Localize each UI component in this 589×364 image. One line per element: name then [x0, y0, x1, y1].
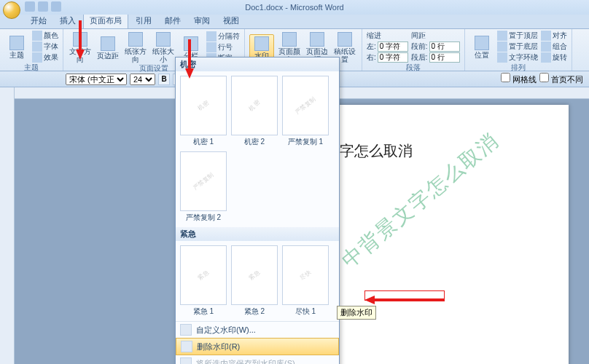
linenums-button[interactable]: 行号	[206, 42, 240, 52]
window-title: Doc1.docx - Microsoft Word	[245, 3, 344, 12]
breaks-button[interactable]: 分隔符	[206, 31, 240, 41]
group-themes-label: 主题	[4, 63, 58, 73]
qat-undo-icon[interactable]	[38, 1, 48, 12]
theme-effects[interactable]: 效果	[32, 52, 58, 63]
spacing-before-label: 段前:	[411, 41, 428, 52]
size-button[interactable]: 纸张大小	[151, 31, 176, 63]
themes-button[interactable]: 主题	[4, 34, 29, 59]
group-arrange: 位置 置于顶层 置于底层 文字环绕 对齐 组合 旋转 排列	[465, 29, 572, 71]
indent-left-input[interactable]	[378, 41, 408, 52]
group-themes: 主题 颜色 字体 效果 主题	[0, 29, 63, 71]
orientation-icon	[128, 32, 143, 47]
spacing-after-input[interactable]	[429, 52, 460, 63]
tab-mailings[interactable]: 邮件	[159, 13, 187, 28]
tab-insert[interactable]: 插入	[54, 13, 82, 28]
save-watermark-icon	[180, 357, 192, 364]
watermark-thumb[interactable]: 严禁复制严禁复制 2	[180, 151, 227, 223]
group-arrange-label: 排列	[469, 63, 567, 73]
send-back-button[interactable]: 置于底层	[497, 41, 538, 52]
rotate-button[interactable]: 旋转	[541, 52, 567, 63]
breaks-icon	[206, 31, 217, 41]
indent-right-input[interactable]	[378, 52, 408, 63]
align-icon	[541, 31, 551, 41]
pagecolor-icon	[282, 32, 297, 47]
linenums-icon	[206, 42, 217, 52]
tooltip: 删除水印	[337, 306, 376, 320]
spacing-before-input[interactable]	[429, 41, 460, 52]
indent-label: 缩进	[367, 31, 408, 41]
tab-references[interactable]: 引用	[130, 13, 157, 28]
watermark-thumb[interactable]: 机 密机密 2	[231, 76, 278, 147]
qat-save-icon[interactable]	[25, 1, 35, 12]
theme-fonts[interactable]: 字体	[32, 41, 58, 52]
gridlines-toggle[interactable]: 网格线	[501, 73, 537, 85]
quick-access-toolbar	[25, 1, 61, 12]
ribbon-tabs: 开始 插入 页面布局 引用 邮件 审阅 视图	[0, 15, 589, 29]
pageborder-icon	[310, 32, 324, 47]
watermark-gallery: 机密 机密机密 1 机 密机密 2 严禁复制严禁复制 1 严禁复制严禁复制 2 …	[175, 57, 340, 364]
margins-button[interactable]: 页边距	[95, 35, 120, 60]
watermark-thumb[interactable]: 紧急紧急 2	[231, 245, 278, 317]
bring-front-button[interactable]: 置于顶层	[497, 31, 538, 41]
margins-icon	[101, 36, 115, 51]
tab-view[interactable]: 视图	[217, 13, 245, 28]
textwrap-icon	[497, 52, 507, 63]
group-paragraph-label: 段落	[367, 63, 460, 73]
annotation-arrow-watermark	[185, 68, 194, 79]
watermark-thumb[interactable]: 紧急紧急 1	[180, 245, 227, 317]
tab-review[interactable]: 审阅	[188, 13, 216, 28]
gallery-section-urgent: 紧急	[176, 227, 339, 241]
titlebar: Doc1.docx - Microsoft Word	[0, 0, 589, 15]
indent-right-label: 右:	[367, 52, 376, 63]
fonts-icon	[32, 41, 42, 52]
office-button[interactable]	[3, 1, 20, 19]
fontsize-select[interactable]: 24	[130, 74, 155, 85]
size-icon	[156, 32, 171, 47]
custom-watermark-menuitem[interactable]: 自定义水印(W)...	[176, 322, 339, 338]
effects-icon	[32, 52, 42, 63]
font-select[interactable]: 宋体 (中文正	[66, 74, 127, 85]
position-icon	[475, 36, 489, 50]
vertical-ruler	[0, 87, 15, 364]
theme-colors[interactable]: 颜色	[32, 31, 58, 41]
watermark-thumb[interactable]: 严禁复制严禁复制 1	[282, 76, 329, 147]
annotation-arrow-remove	[364, 296, 375, 304]
group-button[interactable]: 组合	[541, 41, 567, 52]
qat-redo-icon[interactable]	[51, 1, 61, 12]
columns-icon	[184, 36, 198, 51]
custom-watermark-icon	[180, 324, 192, 336]
draft-icon	[338, 32, 352, 47]
bold-button[interactable]: B	[158, 74, 170, 85]
spacing-after-label: 段后:	[411, 52, 428, 63]
tab-home[interactable]: 开始	[25, 13, 52, 28]
save-watermark-menuitem[interactable]: 将所选内容保存到水印库(S)...	[176, 355, 339, 364]
align-button[interactable]: 对齐	[541, 31, 567, 41]
orientation-button[interactable]: 纸张方向	[123, 31, 148, 63]
colors-icon	[32, 31, 42, 41]
remove-watermark-menuitem[interactable]: 删除水印(R)	[176, 338, 339, 355]
watermark-icon	[254, 36, 269, 51]
remove-watermark-icon	[181, 341, 192, 352]
themes-icon	[9, 36, 24, 50]
columns-button[interactable]: 分栏	[179, 35, 203, 60]
annotation-arrow-tab	[76, 50, 85, 60]
bring-front-icon	[497, 31, 507, 41]
spacing-label: 间距	[411, 31, 460, 41]
watermark-thumb[interactable]: 尽快尽快 1	[282, 245, 329, 317]
firstpage-toggle[interactable]: 首页不同	[539, 73, 583, 85]
group-paragraph: 缩进 左: 右: 间距 段前: 段后: 段落	[362, 29, 465, 71]
position-button[interactable]: 位置	[469, 34, 494, 59]
send-back-icon	[497, 41, 507, 52]
watermark-thumb[interactable]: 机密机密 1	[180, 76, 227, 147]
textwrap-button[interactable]: 文字环绕	[497, 52, 538, 63]
tab-pagelayout[interactable]: 页面布局	[83, 12, 128, 28]
rotate-icon	[541, 52, 551, 63]
indent-left-label: 左:	[367, 41, 376, 52]
gallery-section-confidential: 机密	[176, 58, 339, 71]
group-icon	[541, 41, 551, 52]
